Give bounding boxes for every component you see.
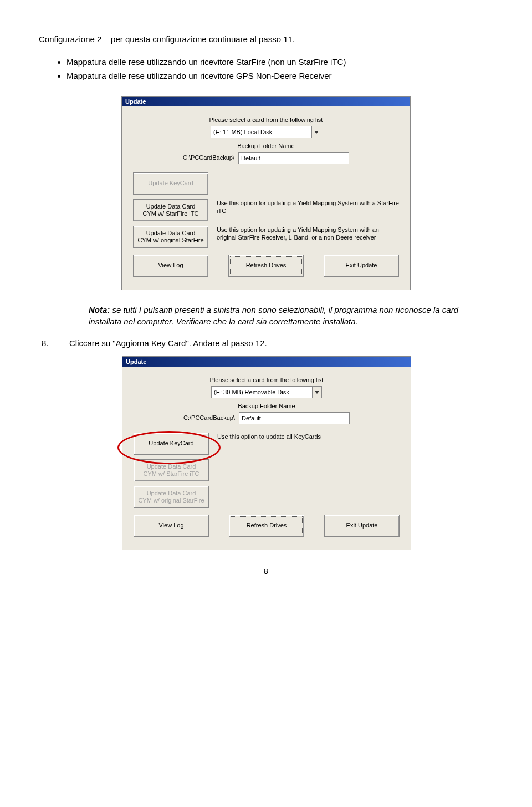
update-dialog-1: Update Please select a card from the fol…: [121, 96, 411, 290]
chevron-down-icon[interactable]: [311, 126, 321, 138]
exit-update-button[interactable]: Exit Update: [324, 255, 399, 277]
note-label: Nota:: [89, 305, 110, 314]
desc-itc: Use this option for updating a Yield Map…: [217, 199, 399, 215]
select-label: Please select a card from the following …: [133, 116, 399, 123]
step-8: 8. Cliccare su "Aggiorna Key Card". Anda…: [39, 338, 493, 348]
list-item: Mappatura delle rese utilizzando un rice…: [66, 70, 493, 83]
backup-value: Default: [242, 415, 261, 422]
chevron-down-icon[interactable]: [312, 387, 321, 398]
config-underlined: Configurazione 2: [39, 34, 101, 44]
backup-textbox[interactable]: Default: [238, 152, 349, 164]
config-rest: – per questa configurazione continuare a…: [101, 34, 295, 44]
page-number: 8: [39, 567, 493, 576]
card-combo[interactable]: (E: 30 MB) Removable Disk: [211, 386, 322, 398]
note-block: Nota: se tutti I pulsanti presenti a sin…: [89, 304, 471, 327]
combo-value: (E: 30 MB) Removable Disk: [214, 389, 289, 395]
desc-orig: Use this option for updating a Yield Map…: [217, 226, 399, 242]
update-keycard-button[interactable]: Update KeyCard: [134, 433, 209, 455]
view-log-button[interactable]: View Log: [134, 515, 209, 537]
update-dialog-2: Update Please select a card from the fol…: [122, 356, 411, 550]
refresh-drives-button[interactable]: Refresh Drives: [229, 515, 304, 537]
dialog-title: Update: [122, 97, 410, 106]
bullet-list: Mappatura delle rese utilizzando un rice…: [66, 56, 493, 82]
backup-textbox[interactable]: Default: [239, 412, 350, 424]
backup-value: Default: [241, 155, 260, 161]
refresh-drives-button[interactable]: Refresh Drives: [228, 255, 304, 277]
desc-keycard: Use this option to update all KeyCards: [217, 433, 400, 440]
list-item: Mappatura delle rese utilizzando un rice…: [66, 56, 493, 69]
update-orig-button[interactable]: Update Data Card CYM w/ original StarFir…: [133, 226, 208, 248]
backup-label: Backup Folder Name: [133, 143, 399, 149]
backup-prefix: C:\PCCardBackup\: [183, 414, 235, 421]
config-heading: Configurazione 2 – per questa configuraz…: [39, 33, 493, 45]
step-text: Cliccare su "Aggiorna Key Card". Andare …: [69, 338, 493, 348]
step-number: 8.: [39, 338, 69, 348]
exit-update-button[interactable]: Exit Update: [324, 515, 400, 537]
update-keycard-button: Update KeyCard: [133, 172, 208, 195]
update-orig-button: Update Data Card CYM w/ original StarFir…: [134, 486, 209, 508]
card-combo[interactable]: (E: 11 MB) Local Disk: [211, 126, 321, 138]
note-text: se tutti I pulsanti presenti a sinistra …: [89, 305, 458, 326]
backup-prefix: C:\PCCardBackup\: [183, 154, 234, 161]
select-label: Please select a card from the following …: [134, 377, 400, 383]
combo-value: (E: 11 MB) Local Disk: [213, 129, 272, 135]
view-log-button[interactable]: View Log: [133, 255, 208, 277]
dialog-title: Update: [122, 357, 411, 367]
update-itc-button: Update Data Card CYM w/ StarFire iTC: [134, 459, 209, 481]
backup-label: Backup Folder Name: [134, 403, 400, 409]
update-itc-button[interactable]: Update Data Card CYM w/ StarFire iTC: [133, 199, 208, 221]
